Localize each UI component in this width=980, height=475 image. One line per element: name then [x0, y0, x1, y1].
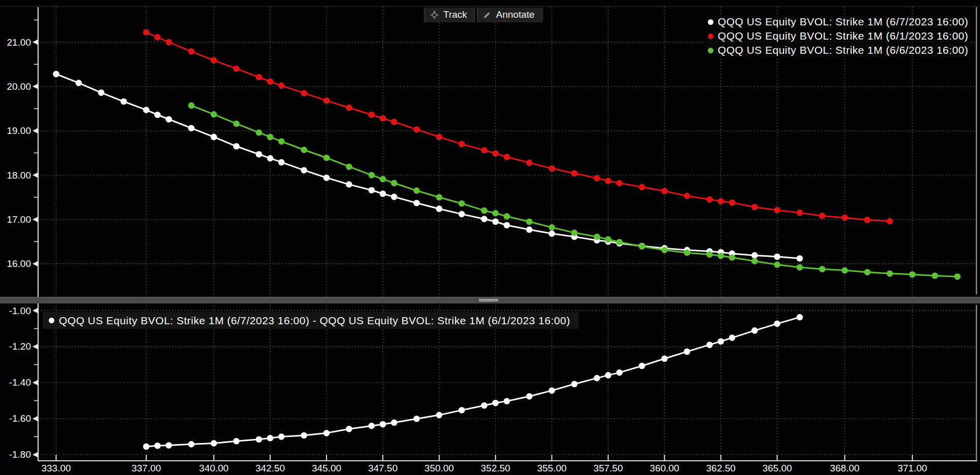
crosshair-icon	[430, 11, 439, 19]
data-point	[346, 105, 352, 111]
data-point	[594, 175, 600, 182]
series-line-0-2	[191, 106, 958, 277]
data-point	[256, 436, 263, 443]
x-tick-label: 355.00	[537, 463, 567, 473]
data-point	[301, 432, 307, 439]
data-point	[413, 416, 420, 422]
data-point	[841, 267, 848, 274]
series-line-0-0	[56, 74, 800, 258]
data-point	[459, 141, 465, 148]
y-tick-label: -1.40	[9, 377, 31, 388]
data-point	[233, 65, 240, 72]
panel-divider[interactable]	[0, 297, 980, 303]
data-point	[211, 111, 217, 118]
y-major-tick-arrow	[32, 128, 38, 133]
data-point	[267, 155, 274, 162]
data-point	[548, 387, 555, 394]
data-point	[571, 229, 578, 236]
data-point	[188, 48, 194, 55]
legend-top-right: QQQ US Equity BVOL: Strike 1M (6/7/2023 …	[705, 15, 971, 57]
y-major-tick-arrow	[32, 380, 38, 385]
data-point	[301, 147, 307, 153]
data-point	[256, 74, 263, 81]
data-point	[594, 375, 600, 382]
data-point	[493, 210, 499, 217]
chart-canvas[interactable]: 21.0020.0019.0018.0017.0016.00-1.00-1.20…	[0, 0, 980, 475]
data-point	[504, 154, 510, 160]
data-point	[797, 210, 803, 216]
y-tick-label: -1.00	[9, 306, 31, 316]
data-point	[774, 207, 780, 214]
data-point	[661, 188, 668, 194]
data-point	[493, 150, 499, 157]
data-point	[616, 369, 623, 376]
y-tick-label: -1.60	[9, 413, 31, 424]
data-point	[729, 254, 735, 261]
y-tick-label: 18.00	[7, 170, 31, 181]
legend-item-series-2[interactable]: QQQ US Equity BVOL: Strike 1M (6/6/2023 …	[705, 44, 971, 57]
track-button[interactable]: Track	[424, 8, 475, 22]
data-point	[53, 71, 59, 78]
data-point	[188, 103, 194, 109]
y-major-tick-arrow	[32, 308, 38, 314]
chart-toolbar: Track Annotate	[424, 8, 542, 22]
y-major-tick-arrow	[32, 84, 38, 89]
data-point	[684, 349, 691, 355]
data-point	[233, 438, 240, 445]
x-tick-label: 360.00	[650, 463, 679, 473]
y-major-tick-arrow	[32, 452, 38, 457]
x-tick-label: 333.00	[41, 463, 71, 473]
data-point	[267, 78, 274, 85]
data-point	[459, 200, 465, 207]
data-point	[526, 226, 533, 233]
data-point	[267, 435, 274, 442]
data-point	[166, 116, 172, 123]
data-point	[188, 441, 194, 448]
data-point	[323, 175, 330, 181]
data-point	[717, 253, 724, 259]
data-point	[548, 165, 555, 172]
data-point	[346, 163, 352, 170]
data-point	[391, 194, 398, 200]
data-point	[797, 255, 803, 262]
data-point	[481, 208, 487, 214]
data-point	[346, 181, 352, 188]
data-point	[774, 253, 780, 260]
data-point	[380, 115, 386, 122]
pencil-icon	[483, 11, 492, 19]
data-point	[76, 80, 82, 86]
legend-label-spread: QQQ US Equity BVOL: Strike 1M (6/7/2023 …	[59, 315, 570, 327]
data-point	[493, 218, 499, 225]
data-point	[504, 398, 510, 404]
data-point	[706, 342, 713, 348]
data-point	[211, 134, 217, 141]
data-point	[571, 170, 578, 177]
data-point	[819, 213, 826, 219]
data-point	[909, 271, 916, 278]
data-point	[752, 204, 758, 211]
data-point	[323, 430, 330, 436]
y-major-tick-arrow	[32, 173, 38, 178]
data-point	[436, 412, 443, 419]
data-point	[774, 321, 780, 327]
panel-divider-handle[interactable]	[479, 298, 498, 302]
legend-item-series-1[interactable]: QQQ US Equity BVOL: Strike 1M (6/1/2023 …	[705, 29, 971, 43]
annotate-button[interactable]: Annotate	[477, 8, 542, 22]
data-point	[368, 112, 375, 118]
annotate-button-label: Annotate	[496, 9, 535, 20]
x-tick-label: 357.50	[594, 463, 623, 473]
series-line-1-0	[146, 317, 800, 447]
data-point	[706, 196, 713, 203]
data-point	[752, 258, 758, 264]
track-button-label: Track	[443, 9, 467, 20]
series-line-0-1	[146, 32, 890, 221]
data-point	[717, 198, 724, 205]
data-point	[436, 134, 443, 141]
data-point	[752, 252, 758, 259]
y-major-tick-arrow	[32, 344, 38, 349]
data-point	[605, 178, 611, 184]
legend-bottom-panel[interactable]: QQQ US Equity BVOL: Strike 1M (6/7/2023 …	[43, 312, 578, 329]
legend-item-series-0[interactable]: QQQ US Equity BVOL: Strike 1M (6/7/2023 …	[705, 15, 971, 28]
data-point	[684, 250, 691, 256]
data-point	[143, 444, 150, 450]
